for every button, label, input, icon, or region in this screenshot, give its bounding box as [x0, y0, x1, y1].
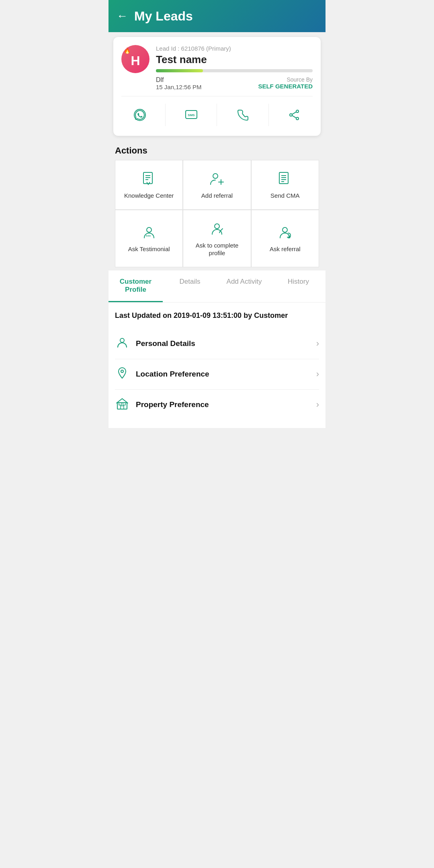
svg-line-23	[220, 229, 223, 231]
svg-rect-31	[121, 406, 124, 409]
action-add-referral-label: Add referral	[201, 192, 233, 200]
ask-referral-icon	[276, 223, 294, 241]
tab-add-activity[interactable]: Add Activity	[217, 270, 271, 302]
tab-details[interactable]: Details	[163, 270, 217, 302]
avatar-letter: H	[131, 53, 140, 68]
personal-details-icon	[115, 336, 129, 352]
tab-customer-profile[interactable]: Customer Profile	[108, 270, 163, 302]
source-value: SELF GENERATED	[258, 83, 313, 90]
svg-text:SMS: SMS	[188, 113, 195, 117]
whatsapp-icon	[133, 108, 146, 121]
tab-history[interactable]: History	[271, 270, 326, 302]
actions-title: Actions	[115, 145, 319, 156]
last-updated-text: Last Updated on 2019-01-09 13:51:00 by C…	[115, 311, 319, 321]
card-divider	[121, 96, 313, 96]
header: ← My Leads	[108, 0, 326, 32]
svg-point-21	[147, 227, 151, 232]
personal-details-row[interactable]: Personal Details ›	[115, 329, 319, 359]
svg-point-25	[283, 227, 287, 232]
action-send-cma[interactable]: Send CMA	[251, 160, 319, 210]
action-ask-testimonial[interactable]: Ask Testimonial	[115, 210, 183, 267]
phone-icon	[236, 108, 249, 121]
add-referral-icon	[208, 170, 226, 188]
lead-info: Lead Id : 6210876 (Primary) Test name Dl…	[156, 45, 313, 90]
progress-bar-container	[156, 69, 313, 72]
svg-line-6	[292, 112, 296, 114]
project-name: Dlf	[156, 76, 201, 84]
lead-name: Test name	[156, 53, 313, 66]
svg-point-4	[290, 114, 292, 116]
action-ask-referral-label: Ask referral	[270, 245, 301, 253]
lead-card: 🔥 H Lead Id : 6210876 (Primary) Test nam…	[113, 37, 321, 136]
personal-details-label: Personal Details	[136, 339, 195, 348]
actions-grid: Knowledge Center Add referral	[115, 160, 319, 267]
share-button[interactable]	[283, 104, 305, 126]
svg-point-3	[296, 110, 299, 113]
back-button[interactable]: ←	[117, 10, 128, 23]
lead-id: Lead Id : 6210876 (Primary)	[156, 45, 313, 52]
action-knowledge-center-label: Knowledge Center	[124, 192, 174, 200]
contact-actions: SMS	[121, 102, 313, 128]
whatsapp-button[interactable]	[129, 104, 151, 126]
personal-details-arrow: ›	[316, 338, 319, 349]
svg-point-5	[296, 117, 299, 120]
svg-point-12	[213, 174, 218, 178]
action-ask-complete-profile-label: Ask to complete profile	[188, 242, 246, 257]
location-preference-icon	[115, 366, 129, 382]
svg-point-22	[215, 224, 219, 229]
ask-complete-profile-icon	[208, 220, 226, 237]
send-cma-icon	[276, 170, 294, 188]
tabs-row: Customer Profile Details Add Activity Hi…	[108, 270, 326, 303]
sms-button[interactable]: SMS	[180, 104, 203, 126]
property-preference-label: Property Preference	[136, 400, 209, 409]
divider-1	[165, 104, 166, 126]
actions-section: Actions Knowledge Center	[108, 141, 326, 267]
knowledge-center-icon	[140, 170, 158, 188]
svg-point-27	[121, 370, 123, 373]
source-label: Source By	[258, 76, 313, 83]
sms-icon: SMS	[184, 108, 199, 122]
svg-point-26	[120, 338, 124, 342]
share-icon	[288, 108, 301, 121]
fire-icon: 🔥	[124, 47, 131, 54]
location-preference-arrow: ›	[316, 369, 319, 379]
property-preference-arrow: ›	[316, 399, 319, 410]
action-add-referral[interactable]: Add referral	[183, 160, 251, 210]
ask-testimonial-icon	[140, 223, 158, 241]
action-ask-referral[interactable]: Ask referral	[251, 210, 319, 267]
lead-meta: Dlf 15 Jan,12:56 PM Source By SELF GENER…	[156, 76, 313, 90]
property-preference-row[interactable]: Property Preference ›	[115, 390, 319, 420]
avatar: 🔥 H	[121, 45, 149, 73]
action-send-cma-label: Send CMA	[270, 192, 300, 200]
divider-3	[268, 104, 269, 126]
action-knowledge-center[interactable]: Knowledge Center	[115, 160, 183, 210]
page-title: My Leads	[134, 9, 193, 24]
customer-profile-section: Last Updated on 2019-01-09 13:51:00 by C…	[108, 303, 326, 428]
svg-line-7	[292, 115, 296, 118]
progress-bar-fill	[156, 69, 203, 72]
location-preference-row[interactable]: Location Preference ›	[115, 359, 319, 390]
property-preference-icon	[115, 397, 129, 413]
lead-datetime: 15 Jan,12:56 PM	[156, 84, 201, 90]
location-preference-label: Location Preference	[136, 370, 209, 379]
svg-line-24	[219, 231, 220, 233]
divider-2	[217, 104, 217, 126]
action-ask-complete-profile[interactable]: Ask to complete profile	[183, 210, 251, 267]
action-ask-testimonial-label: Ask Testimonial	[128, 245, 170, 253]
call-button[interactable]	[231, 104, 254, 126]
